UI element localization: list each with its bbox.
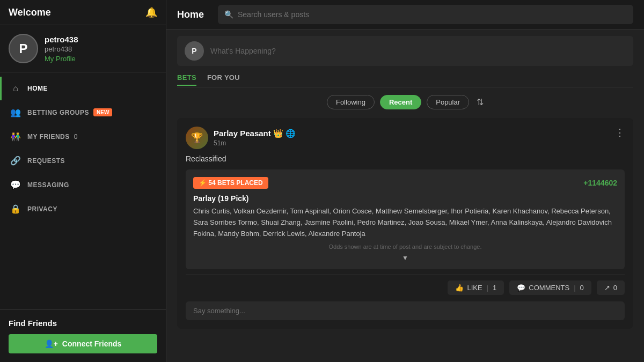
expand-bet-icon[interactable]: ▼: [193, 254, 617, 262]
post-card: 🏆 Parlay Peasant 👑 🌐 51m ⋮ Reclassified …: [177, 118, 633, 329]
share-icon: ↗: [604, 284, 610, 292]
sidebar-item-requests[interactable]: 🔗 REQUESTS: [0, 149, 166, 173]
find-friends-title: Find Friends: [9, 319, 157, 328]
new-badge: NEW: [93, 108, 112, 116]
filter-settings-icon[interactable]: ⇅: [477, 97, 484, 107]
comments-icon: 💬: [517, 284, 525, 292]
home-icon: ⌂: [10, 84, 21, 93]
search-bar: 🔍: [218, 5, 633, 24]
comments-label: COMMENTS: [529, 284, 569, 292]
like-button[interactable]: 👍 LIKE | 1: [448, 280, 504, 295]
friends-icon: 👫: [10, 131, 21, 142]
post-user-details: Parlay Peasant 👑 🌐 51m: [214, 129, 296, 147]
find-friends-section: Find Friends 👤+ Connect Friends: [0, 309, 166, 362]
filter-row: Following Recent Popular ⇅: [177, 95, 633, 109]
username: petro438: [45, 35, 78, 44]
sidebar-item-my-friends[interactable]: 👫 MY FRIENDS 0: [0, 124, 166, 149]
connect-friends-button[interactable]: 👤+ Connect Friends: [9, 334, 157, 353]
post-box-avatar: P: [185, 41, 204, 61]
comments-button[interactable]: 💬 COMMENTS | 0: [509, 280, 591, 295]
main-content: Home 🔍 P What's Happening? BETS FOR YOU …: [166, 0, 644, 362]
search-icon: 🔍: [224, 10, 233, 19]
odds-value: +1144602: [583, 179, 617, 187]
post-placeholder: What's Happening?: [210, 47, 276, 55]
filter-recent-label: Recent: [389, 98, 412, 106]
post-menu-dots[interactable]: ⋮: [615, 127, 625, 138]
my-profile-link[interactable]: My Profile: [45, 55, 78, 63]
parlay-title: Parlay (19 Pick): [193, 194, 617, 203]
tabs-row: BETS FOR YOU: [177, 73, 633, 87]
tab-for-you[interactable]: FOR YOU: [207, 73, 240, 86]
like-count: 1: [493, 284, 496, 292]
nav-menu: ⌂ HOME 👥 BETTING GROUPS NEW 👫 MY FRIENDS…: [0, 72, 166, 309]
bell-icon[interactable]: 🔔: [145, 6, 157, 18]
sidebar-item-betting-groups[interactable]: 👥 BETTING GROUPS NEW: [0, 100, 166, 124]
post-card-header: 🏆 Parlay Peasant 👑 🌐 51m ⋮: [186, 127, 625, 149]
tab-bets[interactable]: BETS: [177, 73, 196, 86]
avatar: P: [9, 34, 38, 63]
post-username: Parlay Peasant 👑 🌐: [214, 129, 296, 138]
nav-label-my-friends: MY FRIENDS: [27, 133, 70, 141]
connect-friends-label: Connect Friends: [62, 339, 121, 348]
filter-popular[interactable]: Popular: [427, 95, 469, 109]
nav-label-privacy: PRIVACY: [27, 205, 57, 213]
privacy-icon: 🔒: [10, 204, 21, 214]
filter-popular-label: Popular: [436, 98, 460, 106]
post-box[interactable]: P What's Happening?: [177, 36, 633, 66]
post-time: 51m: [214, 139, 296, 147]
main-title: Home: [177, 9, 209, 20]
bets-placed-badge: ⚡ 54 BETS PLACED: [193, 177, 268, 189]
username-sub: petro438: [45, 45, 78, 53]
comment-input-row: [186, 301, 625, 320]
nav-label-betting-groups: BETTING GROUPS: [27, 109, 89, 116]
filter-recent[interactable]: Recent: [380, 95, 421, 109]
sidebar-item-home[interactable]: ⌂ HOME: [0, 77, 166, 100]
odds-disclaimer: Odds shown are at time of post and are s…: [193, 243, 617, 250]
content-area: P What's Happening? BETS FOR YOU Followi…: [166, 29, 644, 362]
sidebar-item-messaging[interactable]: 💬 MESSAGING: [0, 173, 166, 197]
search-input[interactable]: [238, 10, 627, 19]
requests-icon: 🔗: [10, 156, 21, 166]
left-header: Welcome 🔔: [0, 0, 166, 25]
share-button[interactable]: ↗ 0: [597, 280, 625, 295]
bet-card: ⚡ 54 BETS PLACED +1144602 Parlay (19 Pic…: [186, 169, 625, 269]
filter-following-label: Following: [336, 98, 365, 106]
nav-label-requests: REQUESTS: [27, 157, 65, 165]
bets-placed-label: ⚡ 54 BETS PLACED: [199, 179, 263, 187]
filter-following[interactable]: Following: [327, 95, 375, 109]
messaging-icon: 💬: [10, 180, 21, 190]
post-text: Reclassified: [186, 154, 625, 163]
post-actions: 👍 LIKE | 1 💬 COMMENTS | 0 ↗ 0: [186, 275, 625, 295]
main-header: Home 🔍: [166, 0, 644, 29]
sidebar-title: Welcome: [9, 7, 51, 18]
comment-input[interactable]: [186, 301, 625, 320]
betting-groups-icon: 👥: [10, 107, 21, 117]
parlay-picks: Chris Curtis, Volkan Oezdemir, Tom Aspin…: [193, 206, 617, 239]
connect-friends-icon: 👤+: [45, 339, 58, 348]
like-icon: 👍: [455, 284, 464, 292]
sidebar-item-privacy[interactable]: 🔒 PRIVACY: [0, 197, 166, 221]
bet-header: ⚡ 54 BETS PLACED +1144602: [193, 177, 617, 189]
user-profile-section: P petro438 petro438 My Profile: [0, 25, 166, 72]
nav-label-messaging: MESSAGING: [27, 181, 69, 189]
like-label: LIKE: [467, 284, 482, 292]
post-user-avatar: 🏆: [186, 127, 208, 149]
comments-count: 0: [580, 284, 584, 292]
share-count: 0: [613, 284, 617, 292]
nav-label-home: HOME: [27, 85, 48, 92]
friends-count: 0: [74, 133, 78, 141]
post-user-info: 🏆 Parlay Peasant 👑 🌐 51m: [186, 127, 296, 149]
left-panel: Welcome 🔔 P petro438 petro438 My Profile…: [0, 0, 166, 362]
user-info: petro438 petro438 My Profile: [45, 35, 78, 63]
